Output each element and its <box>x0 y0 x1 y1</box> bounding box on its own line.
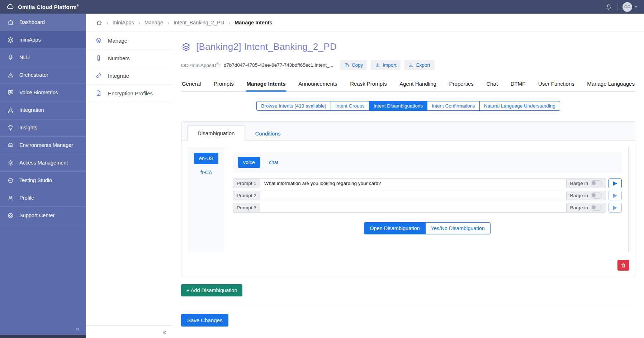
breadcrumb-item-manage[interactable]: Manage <box>145 20 163 25</box>
pill-browse-intents[interactable]: Browse Intents (413 available) <box>256 101 331 111</box>
prompt-1-input[interactable] <box>260 178 566 188</box>
tab-user-functions[interactable]: User Functions <box>538 81 575 91</box>
copy-icon <box>344 63 349 68</box>
profile-icon <box>7 195 14 201</box>
play-icon <box>613 206 617 210</box>
tab-agent-handling[interactable]: Agent Handling <box>399 81 437 91</box>
tab-properties[interactable]: Properties <box>448 81 474 91</box>
sidebar-item-insights[interactable]: Insights <box>0 119 86 137</box>
prompt-2-label: Prompt 2 <box>233 191 260 200</box>
access-management-icon <box>7 160 14 166</box>
sidebar-item-support-center[interactable]: Support Center <box>0 207 86 224</box>
tab-announcements[interactable]: Announcements <box>298 81 338 91</box>
page-title: [Banking2] Intent_Banking_2_PD <box>196 41 337 52</box>
breadcrumb-home[interactable] <box>96 20 102 26</box>
collapse-icon: « <box>162 328 166 335</box>
tab-prompts[interactable]: Prompts <box>213 81 235 91</box>
tab-conditions[interactable]: Conditions <box>245 126 290 141</box>
channel-tab-voice[interactable]: voice <box>238 157 260 168</box>
disambiguation-type-toggle: Open Disambiguation Yes/No Disambiguatio… <box>233 222 622 234</box>
sidebar-item-testing-studio[interactable]: Testing Studio <box>0 172 86 189</box>
layers-icon <box>181 42 191 52</box>
tab-manage-intents[interactable]: Manage Intents <box>246 81 286 91</box>
prompt-1-label: Prompt 1 <box>233 178 260 188</box>
copy-button[interactable]: Copy <box>340 60 368 70</box>
tab-dtmf[interactable]: DTMF <box>510 81 526 91</box>
pill-intent-disambiguations[interactable]: Intent Disambiguations <box>369 101 427 111</box>
disambiguation-card: Disambiguation Conditions en-US fr-CA vo… <box>181 122 635 276</box>
subsidebar-item-encryption-profiles[interactable]: Encryption Profiles <box>86 85 173 102</box>
sidebar-item-nlu[interactable]: NLU <box>0 49 86 66</box>
brand-name: Omilia Cloud Platform® <box>18 4 79 10</box>
app-id-value: d7b7d047-4785-43ee-8e77-743bdff65ec1.Int… <box>224 62 333 68</box>
pill-intent-confirmations[interactable]: Intent Confirmations <box>427 101 480 111</box>
sidebar-item-environments-manager[interactable]: Environments Manager <box>0 137 86 154</box>
subsidebar-item-manage[interactable]: Manage <box>86 32 173 49</box>
barge-in-toggle[interactable] <box>591 205 602 211</box>
play-icon <box>613 194 617 198</box>
encryption-icon <box>95 90 102 96</box>
layers-icon <box>7 37 14 43</box>
pill-intent-groups[interactable]: Intent Groups <box>331 101 369 111</box>
tab-chat[interactable]: Chat <box>486 81 498 91</box>
prompt-3-input[interactable] <box>260 203 566 213</box>
environments-icon <box>7 142 14 149</box>
breadcrumb-item-app[interactable]: Intent_Banking_2_PD <box>174 20 224 25</box>
import-button[interactable]: Import <box>371 60 401 70</box>
sidebar-bottom-strip <box>0 335 86 338</box>
chevron-down-icon[interactable] <box>635 6 638 8</box>
play-prompt-3-button[interactable] <box>609 203 622 213</box>
testing-studio-icon <box>7 177 14 184</box>
sidebar-item-orchestrator[interactable]: Orchestrator <box>0 66 86 84</box>
language-column: en-US fr-CA <box>188 147 224 252</box>
subsidebar-collapse-button[interactable]: « <box>86 325 173 338</box>
toggle-knob <box>592 205 596 209</box>
play-prompt-1-button[interactable] <box>609 178 622 188</box>
bell-icon[interactable] <box>605 4 612 10</box>
cloud-logo-icon <box>6 3 14 11</box>
subsidebar-item-integrate[interactable]: Integrate <box>86 67 173 85</box>
delete-disambiguation-button[interactable] <box>617 260 629 271</box>
tab-manage-languages[interactable]: Manage Languages <box>586 81 635 91</box>
language-tab-en-us[interactable]: en-US <box>194 153 218 164</box>
primary-sidebar: Dashboard miniApps NLU Orchestrator Voic… <box>0 14 86 338</box>
sidebar-item-miniapps[interactable]: miniApps <box>0 31 86 49</box>
barge-in-toggle[interactable] <box>591 192 602 199</box>
phone-icon <box>95 55 102 61</box>
voice-biometrics-icon <box>7 89 14 96</box>
breadcrumb-item-miniapps[interactable]: miniApps <box>113 20 134 25</box>
yes-no-disambiguation-button[interactable]: Yes/No Disambiguation <box>425 222 491 234</box>
breadcrumb-item-current: Manage Intents <box>235 20 273 25</box>
subsidebar-item-numbers[interactable]: Numbers <box>86 49 173 67</box>
sidebar-item-dashboard[interactable]: Dashboard <box>0 14 86 31</box>
integration-icon <box>7 107 14 114</box>
prompt-2-barge-group: Barge in <box>566 191 606 200</box>
avatar[interactable]: GG <box>622 2 632 12</box>
sidebar-item-profile[interactable]: Profile <box>0 189 86 207</box>
sidebar-item-access-management[interactable]: Access Management <box>0 154 86 172</box>
channel-tab-chat[interactable]: chat <box>269 160 278 165</box>
sidebar-item-voice-biometrics[interactable]: Voice Biometrics <box>0 84 86 101</box>
add-disambiguation-button[interactable]: + Add Disambiguation <box>181 284 242 296</box>
prompt-row-1: Prompt 1 Barge in <box>233 178 622 188</box>
open-disambiguation-button[interactable]: Open Disambiguation <box>364 222 425 234</box>
intent-pill-group: Browse Intents (413 available) Intent Gr… <box>181 101 635 111</box>
tab-reask-prompts[interactable]: Reask Prompts <box>349 81 388 91</box>
pill-natural-language-understanding[interactable]: Natural Language Understanding <box>479 101 560 111</box>
prompt-2-input[interactable] <box>260 191 566 200</box>
language-tab-fr-ca[interactable]: fr-CA <box>200 170 212 175</box>
sidebar-collapse-button[interactable]: « <box>0 323 86 335</box>
save-changes-button[interactable]: Save Changes <box>181 314 228 327</box>
topbar-divider <box>617 3 617 11</box>
barge-in-toggle[interactable] <box>591 180 602 186</box>
sidebar-item-integration[interactable]: Integration <box>0 101 86 119</box>
main-tabs: General Prompts Manage Intents Announcem… <box>181 81 635 92</box>
breadcrumb-separator: › <box>138 20 140 26</box>
play-prompt-2-button[interactable] <box>609 191 622 200</box>
tab-disambiguation[interactable]: Disambiguation <box>187 125 245 141</box>
tab-general[interactable]: General <box>181 81 202 91</box>
prompt-3-barge-group: Barge in <box>566 203 606 213</box>
barge-in-label: Barge in <box>570 193 588 198</box>
export-button[interactable]: Export <box>404 60 434 70</box>
import-icon <box>375 63 380 68</box>
